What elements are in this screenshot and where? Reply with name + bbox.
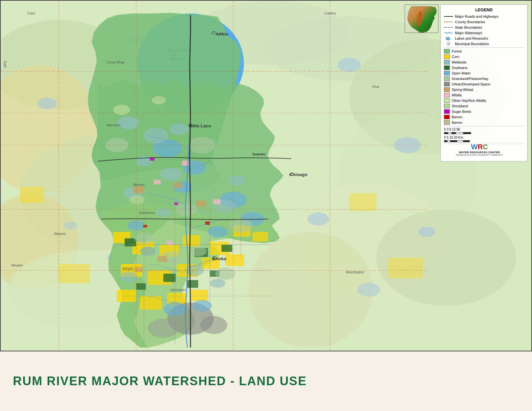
legend-urban-box (444, 82, 450, 86)
svg-point-73 (228, 175, 245, 186)
legend-sugarbeets-label: Sugar Beets (452, 110, 471, 113)
legend-openwater-box (444, 71, 450, 75)
wrc-r: R (478, 143, 483, 151)
legend-corn-box (444, 54, 450, 59)
map-frame: Garrison Dam Lake Mille Lacs (0, 0, 532, 351)
scale-km-label: 0 5 10 20 Km (444, 136, 524, 139)
scale-km: 0 5 10 20 Km (444, 136, 524, 142)
legend-title: LEGEND (444, 7, 524, 12)
legend-lakes-symbol (444, 36, 453, 41)
svg-rect-91 (158, 256, 167, 262)
svg-rect-93 (154, 180, 161, 184)
svg-point-64 (140, 247, 156, 256)
legend-roads-symbol (444, 14, 453, 19)
svg-rect-37 (252, 232, 268, 241)
legend-state-symbol (444, 25, 453, 30)
svg-point-20 (64, 221, 77, 229)
svg-text:Chisago: Chisago (289, 172, 308, 177)
svg-rect-23 (20, 187, 43, 203)
legend-wetlands-box (444, 60, 450, 64)
legend-openwater: Open Water (444, 71, 524, 75)
legend-state: State Boundaries (444, 25, 524, 30)
svg-point-86 (215, 268, 235, 280)
county-morrison: Morrison (107, 123, 121, 127)
county-carlton: Carlton (324, 11, 336, 15)
svg-point-18 (308, 213, 329, 226)
legend-county-symbol (444, 20, 453, 24)
svg-point-78 (210, 279, 225, 288)
svg-rect-26 (388, 258, 423, 279)
svg-rect-49 (222, 245, 232, 252)
svg-rect-43 (117, 290, 136, 302)
legend-waterways: Major Waterways (444, 31, 524, 35)
legend-alfalfa-label: Alfalfa (452, 93, 462, 97)
legend-springwheat-label: Spring Wheat (452, 88, 473, 92)
main-container: Garrison Dam Lake Mille Lacs (0, 0, 532, 411)
legend-wetlands: Wetlands (444, 60, 524, 64)
legend-lakes-label: Lakes and Resevoirs (455, 36, 488, 40)
legend-springwheat: Spring Wheat (444, 87, 524, 92)
svg-rect-51 (136, 283, 146, 290)
legend-otherhay-box (444, 98, 450, 103)
legend-urban: Urban/Developed Space (444, 82, 524, 86)
svg-point-101 (152, 96, 166, 104)
svg-rect-52 (187, 280, 198, 288)
svg-rect-90 (134, 267, 143, 272)
legend-roads: Major Roads and Highways (444, 14, 524, 19)
svg-text:Aitkin: Aitkin (216, 32, 229, 36)
legend-county-label: County Boundaries (455, 20, 485, 24)
svg-point-62 (208, 226, 227, 238)
legend-shrubland-label: Shrubland (452, 104, 468, 108)
svg-point-69 (169, 123, 189, 135)
wrc-initials: WRC (439, 143, 519, 151)
svg-point-76 (120, 272, 137, 282)
svg-rect-42 (225, 254, 244, 266)
legend-barren-label: Barren (452, 121, 462, 124)
county-meeker: Meeker (11, 263, 23, 267)
legend-alfalfa-box (444, 93, 450, 97)
legend-grassland: Grassland/Pasture/Hay (444, 76, 524, 81)
svg-point-68 (143, 128, 168, 143)
svg-point-66 (192, 300, 212, 312)
legend-drybeans-box (444, 115, 450, 119)
legend-municipal-symbol (444, 42, 453, 46)
county-cass: Cass (27, 11, 35, 15)
legend-county: County Boundaries (444, 20, 524, 24)
legend-municipal: Municipal Boundaries (444, 42, 524, 46)
wrc-university: MINNESOTA STATE UNIVERSITY, MANKATO (439, 154, 519, 156)
legend-otherhay: Other Hay/Non Alfalfa (444, 98, 524, 103)
svg-text:Mille Lacs: Mille Lacs (189, 124, 211, 128)
legend-drybeans: Barren (444, 115, 524, 119)
legend-soybeans-label: Soybeans (452, 66, 468, 70)
svg-point-14 (37, 98, 57, 109)
wrc-logo: WRC WATER RESOURCES CENTER MINNESOTA STA… (439, 143, 519, 156)
svg-point-85 (190, 246, 207, 256)
legend-wetlands-label: Wetlands (452, 60, 467, 64)
county-benton: Benton (133, 183, 145, 187)
county-todd: Todd (3, 60, 7, 67)
legend-urban-label: Urban/Developed Space (452, 82, 490, 86)
county-pine: Pine (372, 85, 379, 89)
county-wright: Wright (123, 267, 133, 270)
legend-forest: Forest (444, 49, 524, 54)
legend-forest-box (444, 49, 450, 54)
wrc-w: W (471, 143, 478, 151)
wrc-c: C (483, 143, 488, 151)
map-title: RUM RIVER MAJOR WATERSHED - LAND USE (13, 374, 307, 388)
svg-rect-24 (59, 264, 90, 283)
legend-waterways-symbol (444, 31, 453, 35)
legend-drybeans-label: Barren (452, 115, 462, 119)
legend-barren: Barren (444, 120, 524, 125)
wrc-name: WATER RESOURCES CENTER (439, 151, 519, 154)
svg-point-102 (129, 195, 145, 204)
svg-text:Isanec: Isanec (252, 152, 266, 156)
legend-shrubland: Shrubland (444, 104, 524, 108)
svg-rect-46 (191, 290, 208, 301)
legend-grassland-box (444, 76, 450, 81)
svg-rect-47 (124, 238, 136, 246)
svg-point-56 (200, 316, 227, 334)
county-hennepin: Hennepin (171, 288, 186, 292)
svg-text:Anoka: Anoka (212, 257, 227, 261)
scale-mi: 0 3 6 12 Mi (444, 128, 524, 134)
svg-rect-25 (349, 193, 376, 211)
